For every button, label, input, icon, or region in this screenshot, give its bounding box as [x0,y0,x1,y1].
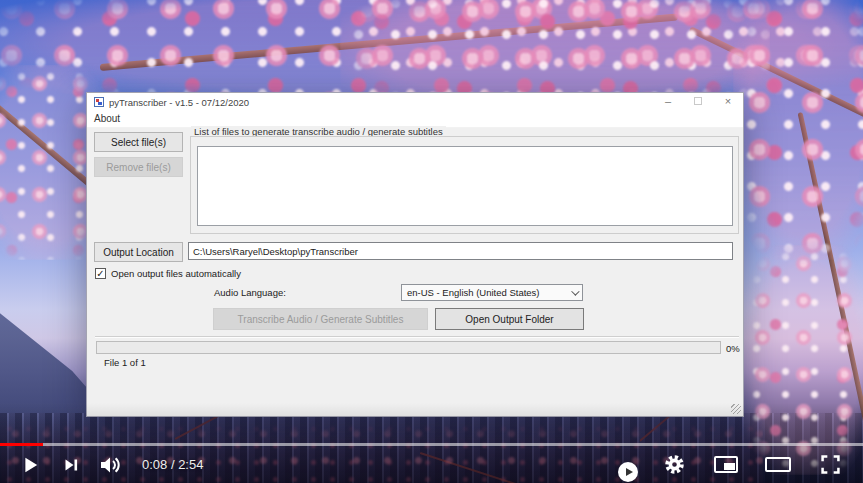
app-icon [94,97,104,107]
chevron-down-icon [571,287,579,295]
files-listbox[interactable] [197,146,733,226]
transcribe-button: Transcribe Audio / Generate Subtitles [213,308,428,330]
time-display: 0:08 / 2:54 [142,457,203,472]
progress-percent-label: 0% [726,343,740,354]
youtube-video-frame: pyTranscriber - v1.5 - 07/12/2020 – × Ab… [0,0,863,483]
theater-mode-button[interactable] [763,450,793,480]
transcription-progress-bar [96,341,721,354]
window-title: pyTranscriber - v1.5 - 07/12/2020 [109,97,249,108]
volume-button[interactable] [96,450,126,480]
theater-mode-icon [765,457,791,472]
volume-icon [99,456,123,474]
maximize-button[interactable] [683,93,713,111]
play-button[interactable] [16,450,46,480]
blossom-cluster-right [733,0,863,260]
fullscreen-button[interactable] [815,450,845,480]
audio-language-dropdown[interactable]: en-US - English (United States) [401,284,583,301]
open-output-checkbox[interactable]: ✓ [95,268,106,279]
file-counter-label: File 1 of 1 [104,357,146,368]
player-control-bar: 0:08 / 2:54 [0,446,863,483]
audio-language-selected: en-US - English (United States) [407,287,540,298]
open-output-folder-button[interactable]: Open Output Folder [435,308,584,330]
play-icon [22,456,40,474]
miniplayer-icon [714,456,738,473]
minimize-button[interactable]: – [653,93,683,111]
maximize-icon [694,97,702,105]
menu-about[interactable]: About [87,111,127,126]
audio-language-label: Audio Language: [214,287,286,298]
next-icon [63,457,79,473]
close-button[interactable]: × [713,93,743,111]
open-output-checkbox-label[interactable]: Open output files automatically [111,268,241,279]
remove-files-button: Remove file(s) [94,157,183,177]
fullscreen-icon [821,455,840,474]
settings-button[interactable] [659,450,689,480]
select-files-button[interactable]: Select file(s) [94,132,183,152]
separator-line [95,336,739,338]
output-path-field[interactable]: C:\Users\Raryel\Desktop\pyTranscriber [188,242,733,260]
gear-icon [664,454,685,475]
pytranscriber-window: pyTranscriber - v1.5 - 07/12/2020 – × Ab… [86,92,744,417]
output-location-button[interactable]: Output Location [94,242,183,262]
miniplayer-button[interactable] [711,450,741,480]
next-button[interactable] [56,450,86,480]
window-titlebar[interactable]: pyTranscriber - v1.5 - 07/12/2020 – × [87,93,743,111]
